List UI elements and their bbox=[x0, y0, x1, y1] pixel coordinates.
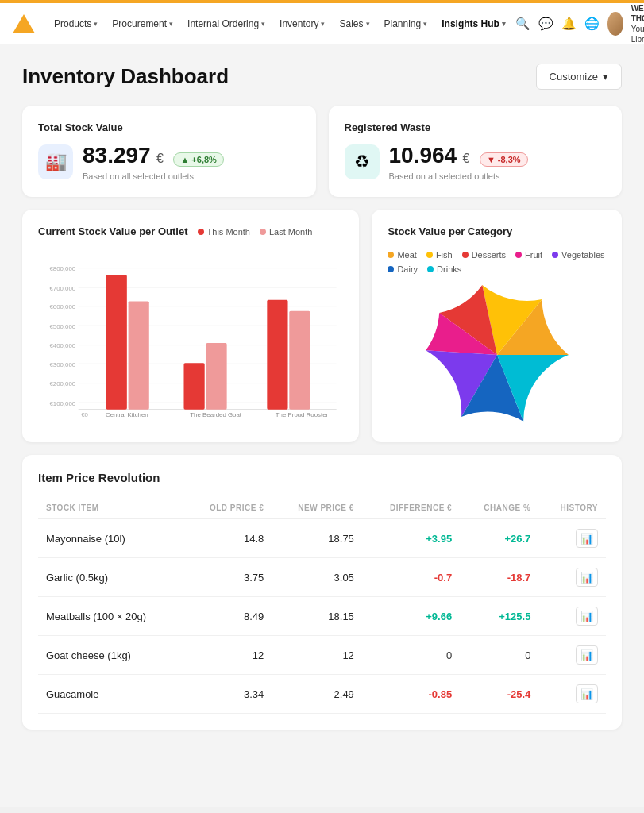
chat-icon[interactable]: 💬 bbox=[538, 16, 553, 32]
vegetables-dot bbox=[552, 252, 558, 258]
svg-text:The Proud Rooster: The Proud Rooster bbox=[276, 411, 329, 418]
desserts-dot bbox=[462, 252, 469, 258]
top-navigation: Products ▾ Procurement ▾ Internal Orderi… bbox=[0, 3, 644, 44]
waste-currency: € bbox=[463, 152, 470, 165]
last-month-dot bbox=[260, 229, 266, 235]
cell-change: +125.5 bbox=[460, 597, 538, 636]
cell-new-price: 2.49 bbox=[272, 675, 362, 714]
legend-drinks: Drinks bbox=[427, 264, 461, 274]
stock-value-card: Total Stock Value 🏭 83.297 € ▲ +6,8% Bas… bbox=[22, 106, 316, 197]
stock-card-title: Total Stock Value bbox=[38, 121, 300, 133]
nav-planning[interactable]: Planning ▾ bbox=[378, 15, 434, 33]
svg-text:€600,000: €600,000 bbox=[49, 303, 75, 310]
cell-difference: -0.85 bbox=[362, 675, 460, 714]
cell-new-price: 18.75 bbox=[272, 519, 362, 558]
cell-change: -25.4 bbox=[460, 675, 538, 714]
svg-text:The Bearded Goat: The Bearded Goat bbox=[190, 411, 241, 418]
history-chart-icon[interactable]: 📊 bbox=[576, 607, 598, 626]
legend-fruit: Fruit bbox=[515, 250, 542, 260]
bell-icon[interactable]: 🔔 bbox=[561, 16, 577, 32]
drinks-dot bbox=[427, 266, 434, 272]
nav-sales[interactable]: Sales ▾ bbox=[333, 15, 376, 33]
avatar-image bbox=[607, 12, 623, 36]
nav-products[interactable]: Products ▾ bbox=[48, 15, 104, 33]
charts-row: Current Stock Value per Outlet This Mont… bbox=[22, 210, 622, 442]
cell-history[interactable]: 📊 bbox=[538, 519, 606, 558]
col-difference: DIFFERENCE € bbox=[362, 497, 460, 519]
chevron-down-icon: ▾ bbox=[603, 71, 608, 83]
bar-chart-card: Current Stock Value per Outlet This Mont… bbox=[22, 210, 359, 442]
history-chart-icon[interactable]: 📊 bbox=[576, 645, 598, 665]
chevron-down-icon: ▾ bbox=[261, 20, 265, 28]
avatar[interactable] bbox=[607, 12, 623, 36]
svg-rect-19 bbox=[129, 302, 149, 410]
pie-chart-header: Stock Value per Category bbox=[388, 225, 606, 237]
svg-text:€0: €0 bbox=[81, 411, 88, 418]
cell-item: Guacamole bbox=[38, 675, 183, 714]
waste-card: Registered Waste ♻ 10.964 € ▼ -8,3% Base… bbox=[329, 106, 623, 197]
history-chart-icon[interactable]: 📊 bbox=[576, 529, 598, 548]
legend-fish: Fish bbox=[426, 250, 453, 260]
logo[interactable] bbox=[13, 14, 35, 33]
table-row: Goat cheese (1kg) 12 12 0 0 📊 bbox=[38, 636, 606, 675]
waste-metric-row: ♻ 10.964 € ▼ -8,3% Based on all selected… bbox=[345, 143, 607, 181]
bar-chart-area: €800,000 €700,000 €600,000 €500,000 €400… bbox=[38, 250, 343, 425]
table-row: Mayonnaise (10l) 14.8 18.75 +3.95 +26.7 … bbox=[38, 519, 606, 558]
history-chart-icon[interactable]: 📊 bbox=[576, 684, 598, 703]
svg-rect-22 bbox=[206, 343, 226, 410]
waste-icon: ♻ bbox=[345, 144, 380, 179]
cell-new-price: 3.05 bbox=[272, 558, 362, 597]
stock-currency: € bbox=[156, 152, 164, 165]
cell-change: -18.7 bbox=[460, 558, 538, 597]
legend-vegetables: Vegetables bbox=[552, 250, 604, 260]
cell-history[interactable]: 📊 bbox=[538, 597, 606, 636]
fish-dot bbox=[426, 252, 433, 258]
cell-item: Mayonnaise (10l) bbox=[38, 519, 183, 558]
svg-rect-18 bbox=[106, 275, 127, 409]
nav-procurement[interactable]: Procurement ▾ bbox=[106, 15, 179, 33]
table-header-row: STOCK ITEM OLD PRICE € NEW PRICE € DIFFE… bbox=[38, 497, 606, 519]
cell-old-price: 3.75 bbox=[183, 558, 272, 597]
waste-badge: ▼ -8,3% bbox=[480, 152, 528, 167]
bar-chart-header: Current Stock Value per Outlet This Mont… bbox=[38, 225, 343, 237]
page-title: Inventory Dashboard bbox=[22, 64, 229, 89]
cell-change: +26.7 bbox=[460, 519, 538, 558]
history-chart-icon[interactable]: 📊 bbox=[576, 568, 598, 587]
svg-text:€400,000: €400,000 bbox=[49, 342, 75, 349]
customize-button[interactable]: Customize ▾ bbox=[536, 64, 622, 90]
nav-insights-hub[interactable]: Insights Hub ▾ bbox=[435, 15, 512, 33]
stock-badge-arrow: ▲ bbox=[180, 155, 189, 164]
cell-old-price: 3.34 bbox=[183, 675, 272, 714]
svg-text:Central Kitchen: Central Kitchen bbox=[106, 411, 148, 418]
waste-value-line: 10.964 € ▼ -8,3% bbox=[389, 143, 528, 168]
svg-rect-21 bbox=[183, 363, 204, 410]
cell-history[interactable]: 📊 bbox=[538, 636, 606, 675]
page-content: Inventory Dashboard Customize ▾ Total St… bbox=[0, 44, 644, 807]
nav-inventory[interactable]: Inventory ▾ bbox=[273, 15, 331, 33]
search-icon[interactable]: 🔍 bbox=[515, 16, 530, 32]
meat-dot bbox=[388, 252, 394, 258]
cell-new-price: 12 bbox=[272, 636, 362, 675]
waste-value: 10.964 bbox=[389, 143, 457, 168]
page-header: Inventory Dashboard Customize ▾ bbox=[22, 64, 622, 90]
cell-history[interactable]: 📊 bbox=[538, 558, 606, 597]
pie-chart-card: Stock Value per Category Meat Fish Desse… bbox=[372, 210, 622, 442]
cell-history[interactable]: 📊 bbox=[538, 675, 606, 714]
stock-value-line: 83.297 € ▲ +6,8% bbox=[83, 143, 224, 168]
cell-difference: +9.66 bbox=[362, 597, 460, 636]
svg-text:€500,000: €500,000 bbox=[49, 323, 75, 330]
pie-chart-container bbox=[388, 283, 606, 426]
bar-chart-title: Current Stock Value per Outlet bbox=[38, 225, 188, 237]
pie-chart-svg bbox=[426, 283, 569, 426]
chevron-down-icon: ▾ bbox=[423, 20, 427, 28]
table-row: Garlic (0.5kg) 3.75 3.05 -0.7 -18.7 📊 bbox=[38, 558, 606, 597]
table-row: Guacamole 3.34 2.49 -0.85 -25.4 📊 bbox=[38, 675, 606, 714]
logo-triangle bbox=[13, 14, 35, 33]
price-table: STOCK ITEM OLD PRICE € NEW PRICE € DIFFE… bbox=[38, 497, 606, 714]
waste-card-title: Registered Waste bbox=[345, 121, 607, 133]
svg-text:€800,000: €800,000 bbox=[49, 265, 75, 272]
stock-sub: Based on all selected outlets bbox=[83, 171, 224, 181]
globe-icon[interactable]: 🌐 bbox=[584, 16, 600, 32]
chevron-down-icon: ▾ bbox=[366, 20, 370, 28]
nav-internal-ordering[interactable]: Internal Ordering ▾ bbox=[181, 15, 272, 33]
